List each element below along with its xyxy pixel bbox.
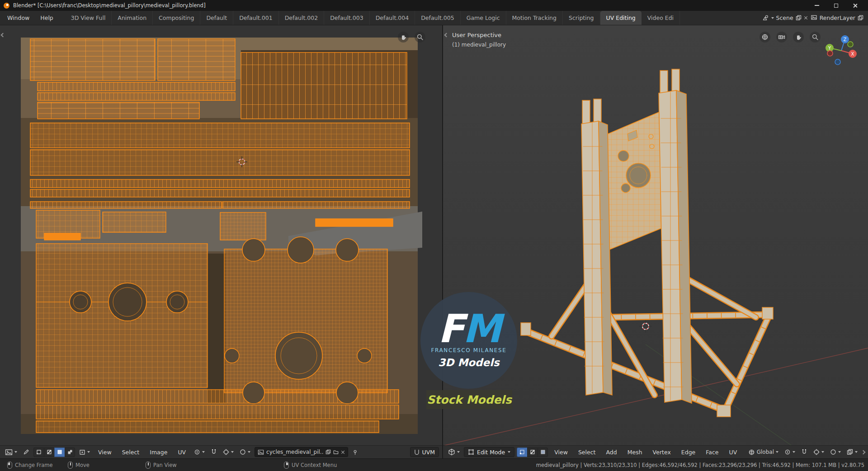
- v3d-menu-view[interactable]: View: [550, 447, 572, 457]
- transform-orientation-dropdown[interactable]: Global: [746, 447, 780, 457]
- v3d-menu-select[interactable]: Select: [574, 447, 600, 457]
- uv-island-solid[interactable]: [44, 233, 80, 240]
- uv-island[interactable]: [222, 202, 410, 208]
- uv-pivot-button[interactable]: [192, 447, 207, 457]
- uv-island[interactable]: [241, 52, 407, 119]
- tab-default-001[interactable]: Default.001: [233, 11, 279, 25]
- image-datablock-field[interactable]: cycles_medieval_pil..: [255, 447, 348, 457]
- pillory-panel[interactable]: [604, 112, 665, 250]
- sticky-selection-button[interactable]: [77, 447, 92, 457]
- tab-compositing[interactable]: Compositing: [153, 11, 200, 25]
- menu-help[interactable]: Help: [35, 11, 59, 25]
- pan-hand-icon[interactable]: [793, 32, 804, 42]
- tab-default-003[interactable]: Default.003: [324, 11, 370, 25]
- new-layer-icon[interactable]: [858, 15, 863, 21]
- uv-island[interactable]: [30, 179, 410, 188]
- tab-motion-tracking[interactable]: Motion Tracking: [506, 11, 563, 25]
- uv-select-vertex-button[interactable]: [33, 447, 44, 457]
- maximize-button[interactable]: [826, 0, 845, 11]
- face-select-button[interactable]: [538, 447, 548, 457]
- v3d-menu-edge[interactable]: Edge: [677, 447, 699, 457]
- annotate-pen-button[interactable]: [21, 447, 31, 457]
- close-button[interactable]: [845, 0, 864, 11]
- uv-snap-target-button[interactable]: [221, 447, 236, 457]
- visibility-options-button[interactable]: [845, 447, 859, 457]
- uv-island[interactable]: [220, 212, 266, 240]
- view-layer-selector[interactable]: RenderLayer: [811, 14, 863, 21]
- unlink-scene-icon[interactable]: [804, 16, 808, 20]
- uv-island[interactable]: [30, 150, 410, 175]
- tab-default-004[interactable]: Default.004: [370, 11, 415, 25]
- v3d-menu-face[interactable]: Face: [702, 447, 722, 457]
- tab-animation[interactable]: Animation: [112, 11, 153, 25]
- toggle-xray-icon[interactable]: [760, 32, 770, 42]
- tab-default-002[interactable]: Default.002: [279, 11, 325, 25]
- camera-view-icon[interactable]: [776, 32, 787, 42]
- viewport-3d-canvas[interactable]: [443, 25, 868, 445]
- uv-island[interactable]: [30, 189, 410, 197]
- v3d-menu-mesh[interactable]: Mesh: [623, 447, 646, 457]
- uv-island[interactable]: [38, 82, 235, 91]
- tab-uv-editing[interactable]: UV Editing: [600, 11, 642, 25]
- mode-dropdown[interactable]: Edit Mode: [464, 447, 514, 457]
- uv-island[interactable]: [158, 39, 235, 80]
- uv-select-edge-button[interactable]: [44, 447, 54, 457]
- uv-island[interactable]: [103, 212, 166, 232]
- open-folder-icon[interactable]: [333, 449, 339, 455]
- gizmo-negative-y[interactable]: [848, 42, 853, 47]
- uv-map-selector[interactable]: UVM: [410, 447, 439, 457]
- minimize-button[interactable]: [807, 0, 826, 11]
- viewport-3d-cursor[interactable]: [639, 320, 652, 333]
- uv-select-island-button[interactable]: [65, 447, 75, 457]
- pillory-model[interactable]: [521, 69, 773, 417]
- zoom-icon[interactable]: [415, 32, 425, 42]
- tab-default[interactable]: Default: [200, 11, 233, 25]
- uv-menu-uv[interactable]: UV: [174, 447, 190, 457]
- uv-menu-view[interactable]: View: [94, 447, 116, 457]
- uv-island[interactable]: [38, 93, 235, 100]
- gizmo-x-axis[interactable]: X: [851, 52, 854, 57]
- pillory-right-post[interactable]: [659, 69, 692, 403]
- tab-default-005[interactable]: Default.005: [415, 11, 461, 25]
- edge-select-button[interactable]: [527, 447, 538, 457]
- tab-game-logic[interactable]: Game Logic: [461, 11, 506, 25]
- gizmo-negative-x[interactable]: [827, 51, 833, 56]
- uv-snap-magnet-button[interactable]: [209, 447, 219, 457]
- gizmo-negative-z[interactable]: [835, 59, 840, 65]
- pillory-left-post[interactable]: [581, 99, 612, 395]
- vertex-select-button[interactable]: [517, 447, 527, 457]
- uv-island[interactable]: [30, 202, 222, 208]
- snap-toggle-button[interactable]: [799, 447, 809, 457]
- uv-menu-select[interactable]: Select: [118, 447, 144, 457]
- tab-video-editing[interactable]: Video Edi: [642, 11, 680, 25]
- gizmo-z-axis[interactable]: Z: [844, 37, 847, 42]
- v3d-menu-uv[interactable]: UV: [725, 447, 741, 457]
- uv-island[interactable]: [30, 39, 155, 80]
- zoom-icon[interactable]: [810, 32, 821, 42]
- uv-island[interactable]: [36, 405, 399, 419]
- viewport-editor-type-button[interactable]: [446, 447, 462, 457]
- tab-scripting[interactable]: Scripting: [563, 11, 600, 25]
- tab-3d-view-full[interactable]: 3D View Full: [65, 11, 112, 25]
- uv-editor-canvas[interactable]: [0, 25, 442, 445]
- menu-window[interactable]: Window: [2, 11, 35, 25]
- uv-island[interactable]: [30, 123, 410, 148]
- uv-editor-type-button[interactable]: [3, 447, 19, 457]
- uv-select-face-button[interactable]: [54, 447, 65, 457]
- v3d-menu-add[interactable]: Add: [602, 447, 621, 457]
- duplicate-image-icon[interactable]: [326, 449, 331, 455]
- uv-island[interactable]: [38, 102, 199, 119]
- pan-hand-icon[interactable]: [398, 32, 409, 42]
- navigation-gizmo[interactable]: Z X Y: [824, 33, 859, 68]
- unlink-image-icon[interactable]: [341, 450, 345, 454]
- scene-selector[interactable]: Scene: [762, 14, 808, 21]
- uv-island[interactable]: [36, 421, 379, 433]
- pillory-right-diagonal-beam[interactable]: [725, 315, 769, 410]
- pivot-point-button[interactable]: [783, 447, 797, 457]
- header-overflow-arrow-icon[interactable]: [861, 450, 866, 454]
- proportional-edit-button[interactable]: [828, 447, 843, 457]
- uv-island-solid[interactable]: [316, 219, 393, 226]
- uv-menu-image[interactable]: Image: [146, 447, 171, 457]
- gizmo-y-axis[interactable]: Y: [828, 46, 831, 51]
- snap-settings-button[interactable]: [811, 447, 826, 457]
